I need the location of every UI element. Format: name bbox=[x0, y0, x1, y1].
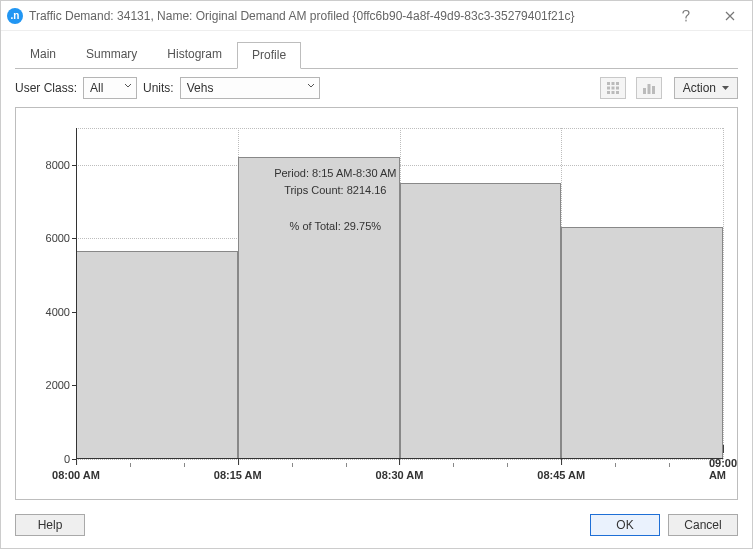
units-value: Vehs bbox=[181, 78, 234, 98]
tooltip-count: Trips Count: 8214.16 bbox=[274, 182, 396, 200]
window-title: Traffic Demand: 34131, Name: Original De… bbox=[29, 9, 664, 23]
svg-rect-7 bbox=[611, 91, 614, 94]
cancel-button[interactable]: Cancel bbox=[668, 514, 738, 536]
x-tick-label: 08:30 AM bbox=[376, 469, 424, 481]
tab-profile[interactable]: Profile bbox=[237, 42, 301, 69]
tooltip-pct: % of Total: 29.75% bbox=[274, 218, 396, 236]
action-label: Action bbox=[683, 81, 716, 95]
dialog-footer: Help OK Cancel bbox=[1, 506, 752, 548]
svg-rect-9 bbox=[643, 88, 646, 94]
x-tick-label: 08:15 AM bbox=[214, 469, 262, 481]
help-button[interactable]: Help bbox=[15, 514, 85, 536]
app-icon: .n bbox=[7, 8, 23, 24]
svg-rect-5 bbox=[616, 87, 619, 90]
chevron-down-icon bbox=[124, 83, 132, 89]
svg-rect-8 bbox=[616, 91, 619, 94]
close-button[interactable] bbox=[708, 1, 752, 31]
chart-tooltip: Period: 8:15 AM-8:30 AM Trips Count: 821… bbox=[274, 165, 396, 235]
titlebar: .n Traffic Demand: 34131, Name: Original… bbox=[1, 1, 752, 31]
svg-rect-2 bbox=[616, 82, 619, 85]
caret-down-icon bbox=[722, 86, 729, 90]
tab-bar: Main Summary Histogram Profile bbox=[1, 31, 752, 68]
chart-axes bbox=[76, 128, 723, 459]
user-class-value: All bbox=[84, 78, 123, 98]
chart-plot[interactable]: 0200040006000800008:00 AM08:15 AM08:30 A… bbox=[76, 128, 723, 459]
bar-chart-icon[interactable] bbox=[636, 77, 662, 99]
svg-rect-6 bbox=[607, 91, 610, 94]
tab-main[interactable]: Main bbox=[15, 41, 71, 68]
user-class-label: User Class: bbox=[15, 81, 77, 95]
svg-rect-0 bbox=[607, 82, 610, 85]
units-label: Units: bbox=[143, 81, 174, 95]
action-button[interactable]: Action bbox=[674, 77, 738, 99]
svg-rect-4 bbox=[611, 87, 614, 90]
svg-rect-11 bbox=[652, 86, 655, 94]
units-select[interactable]: Vehs bbox=[180, 77, 320, 99]
x-tick-label: 08:00 AM bbox=[52, 469, 100, 481]
ok-button[interactable]: OK bbox=[590, 514, 660, 536]
svg-rect-3 bbox=[607, 87, 610, 90]
tooltip-period: Period: 8:15 AM-8:30 AM bbox=[274, 165, 396, 183]
x-tick-label: 09:00 AM bbox=[709, 457, 737, 481]
tab-histogram[interactable]: Histogram bbox=[152, 41, 237, 68]
dialog-window: .n Traffic Demand: 34131, Name: Original… bbox=[0, 0, 753, 549]
tab-summary[interactable]: Summary bbox=[71, 41, 152, 68]
toolbar: User Class: All Units: Vehs Action bbox=[1, 69, 752, 107]
svg-rect-10 bbox=[647, 84, 650, 94]
user-class-select[interactable]: All bbox=[83, 77, 137, 99]
help-button[interactable] bbox=[664, 1, 708, 31]
x-tick-label: 08:45 AM bbox=[537, 469, 585, 481]
chart-container: 0200040006000800008:00 AM08:15 AM08:30 A… bbox=[15, 107, 738, 500]
grid-view-icon[interactable] bbox=[600, 77, 626, 99]
svg-rect-1 bbox=[611, 82, 614, 85]
chevron-down-icon bbox=[307, 83, 315, 89]
